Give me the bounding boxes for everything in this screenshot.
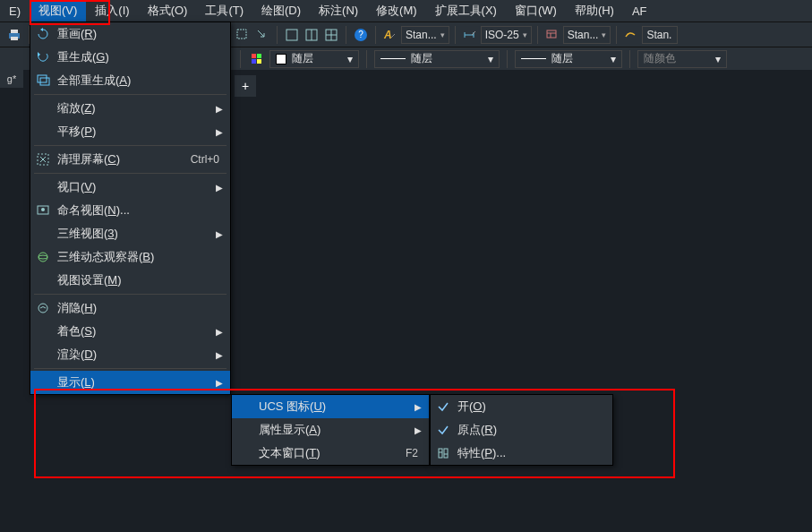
file-tab-label: g*	[7, 73, 16, 84]
svg-rect-19	[40, 78, 49, 85]
viewport4-icon[interactable]	[322, 26, 340, 44]
chevron-down-icon: ▾	[602, 30, 606, 39]
redraw-icon	[34, 26, 52, 42]
menu-item-label: 视图设置(M)	[57, 272, 223, 288]
menu-item[interactable]: 开(O)	[431, 395, 612, 418]
svg-point-23	[38, 253, 47, 262]
menu-6[interactable]: 标注(N)	[310, 0, 367, 21]
menu-item-label: UCS 图标(U)	[259, 399, 409, 415]
dim-style-combo[interactable]: ISO-25▾	[481, 26, 532, 44]
menu-separator	[34, 294, 227, 295]
menu-item[interactable]: 显示(L)▶	[30, 371, 230, 394]
menu-10[interactable]: 帮助(H)	[566, 0, 623, 21]
menu-item[interactable]: 平移(P)▶	[30, 120, 230, 143]
menu-item-label: 渲染(D)	[57, 347, 210, 363]
menu-3[interactable]: 格式(O)	[139, 0, 197, 21]
mlstyle-icon[interactable]	[622, 26, 640, 44]
menu-item[interactable]: 视口(V)▶	[30, 176, 230, 199]
ucs-submenu-dropdown: 开(O)原点(R)特性(P)...	[430, 394, 613, 466]
linetype-combo[interactable]: 随层▾	[374, 50, 500, 68]
menu-item[interactable]: 重画(R)	[30, 22, 230, 46]
new-tab-button[interactable]: +	[235, 75, 256, 97]
menu-item-label: 原点(R)	[457, 422, 605, 438]
menu-item[interactable]: 命名视图(N)...	[30, 199, 230, 222]
print-icon[interactable]	[5, 26, 23, 44]
menu-item[interactable]: 缩放(Z)▶	[30, 97, 230, 120]
menu-item[interactable]: 文本窗口(T)F2	[232, 442, 429, 465]
menu-4[interactable]: 工具(T)	[196, 0, 252, 21]
display-submenu-dropdown: UCS 图标(U)▶属性显示(A)▶文本窗口(T)F2	[231, 394, 430, 466]
text-style-combo[interactable]: Stan...▾	[401, 26, 449, 44]
svg-rect-18	[38, 75, 47, 82]
check-icon	[434, 422, 452, 438]
menu-item[interactable]: 消隐(H)	[30, 296, 230, 320]
blank-icon	[34, 124, 52, 140]
viewport1-icon[interactable]	[283, 26, 301, 44]
menu-7[interactable]: 修改(M)	[367, 0, 426, 21]
submenu-arrow-icon: ▶	[216, 229, 223, 239]
menu-item[interactable]: 特性(P)...	[431, 442, 612, 465]
menu-item[interactable]: 三维视图(3)▶	[30, 222, 230, 245]
menu-separator	[34, 368, 227, 369]
hide-icon	[34, 300, 52, 316]
svg-rect-1	[11, 30, 18, 33]
zoom-window-icon[interactable]	[234, 26, 252, 44]
plotcolor-combo[interactable]: 随颜色▾	[637, 50, 727, 68]
color-combo[interactable]: 随层▾	[269, 50, 359, 68]
menu-item-label: 命名视图(N)...	[57, 202, 223, 219]
menu-0[interactable]: E)	[0, 2, 30, 21]
props-icon	[434, 445, 452, 461]
menu-separator	[34, 173, 227, 174]
menu-item-label: 清理屏幕(C)	[57, 151, 185, 167]
menu-shortcut: Ctrl+0	[191, 153, 223, 166]
menu-item[interactable]: 着色(S)▶	[30, 320, 230, 343]
menu-item[interactable]: 三维动态观察器(B)	[30, 245, 230, 269]
menu-item-label: 视口(V)	[57, 179, 210, 195]
textstyle-icon[interactable]: A	[381, 26, 399, 44]
menu-item[interactable]: 原点(R)	[431, 418, 612, 442]
blank-icon	[34, 100, 52, 116]
menu-item[interactable]: UCS 图标(U)▶	[232, 395, 429, 418]
menu-5[interactable]: 绘图(D)	[252, 0, 310, 21]
svg-rect-15	[257, 54, 261, 58]
menu-item-label: 平移(P)	[57, 124, 210, 140]
swatch-tool-icon[interactable]	[248, 50, 266, 68]
menu-item[interactable]: 渲染(D)▶	[30, 343, 230, 366]
submenu-arrow-icon: ▶	[216, 378, 223, 388]
submenu-arrow-icon: ▶	[415, 402, 422, 412]
menu-item-label: 着色(S)	[57, 323, 210, 339]
menu-item[interactable]: 重生成(G)	[30, 46, 230, 69]
dimstyle-icon[interactable]	[461, 26, 479, 44]
line-pattern-icon	[380, 58, 406, 59]
menu-shortcut: F2	[406, 447, 422, 459]
menu-item-label: 重画(R)	[57, 26, 223, 42]
menu-item[interactable]: 清理屏幕(C)Ctrl+0	[30, 148, 230, 171]
menu-1[interactable]: 视图(V)	[30, 0, 86, 21]
blank-icon	[235, 445, 253, 461]
menu-2[interactable]: 插入(I)	[86, 0, 138, 21]
menu-8[interactable]: 扩展工具(X)	[426, 0, 506, 21]
menu-11[interactable]: AF	[623, 2, 656, 21]
help-icon[interactable]: ?	[352, 26, 370, 44]
svg-rect-16	[252, 59, 256, 64]
lineweight-combo[interactable]: 随层▾	[515, 50, 622, 68]
tablestyle-icon[interactable]	[543, 26, 561, 44]
file-tab[interactable]: g*	[0, 70, 23, 88]
menu-item[interactable]: 全部重生成(A)	[30, 69, 230, 92]
svg-rect-17	[257, 59, 261, 64]
check-icon	[434, 399, 452, 415]
menu-item[interactable]: 视图设置(M)	[30, 269, 230, 292]
table-style-combo[interactable]: Stan...▾	[563, 26, 611, 44]
blank-icon	[235, 422, 253, 438]
menu-item[interactable]: 属性显示(A)▶	[232, 418, 429, 442]
text-style-value: Stan...	[406, 29, 437, 41]
menu-item-label: 特性(P)...	[457, 445, 605, 461]
menu-9[interactable]: 窗口(W)	[506, 0, 566, 21]
chevron-down-icon: ▾	[523, 30, 527, 39]
menu-item-label: 三维动态观察器(B)	[57, 249, 223, 265]
viewport2-icon[interactable]	[303, 26, 321, 44]
plotcolor-value: 随颜色	[644, 51, 676, 66]
zoom-arrow-icon[interactable]	[253, 26, 271, 44]
regen-icon	[34, 49, 52, 65]
ml-style-combo[interactable]: Stan.	[642, 26, 678, 44]
